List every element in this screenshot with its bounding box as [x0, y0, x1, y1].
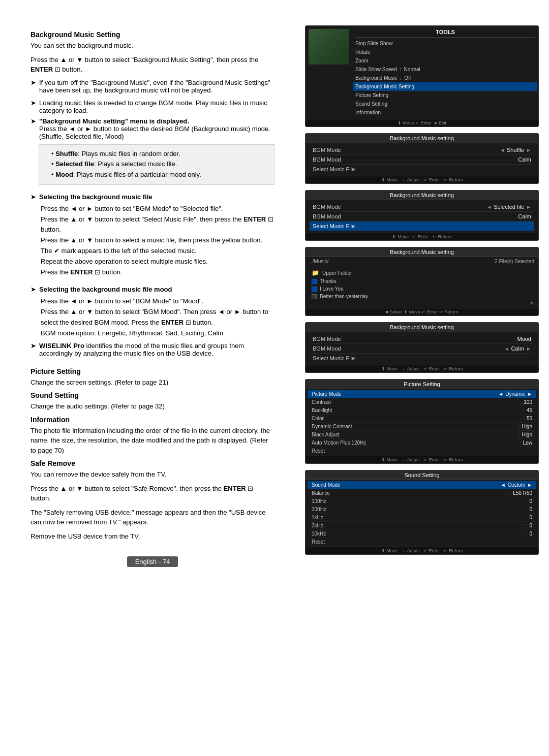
sound-panel-title: Sound Setting [306, 470, 538, 480]
hz100-row: 100Hz : 0 [308, 497, 536, 506]
picture-title: Picture Setting [30, 367, 274, 375]
bullet-shuffle: Shuffle: Plays music files in random ord… [51, 149, 268, 160]
music-header: ../Music/ 2 File(s) Selected [306, 257, 538, 266]
khz3-row: 3kHz : 0 [308, 522, 536, 530]
bgm2-select-row[interactable]: Select Music File [310, 222, 534, 231]
bgm-note2: ➤ Loading music files is needed to chang… [30, 99, 274, 114]
bgm-setting-section: Background Music Setting You can set the… [30, 30, 274, 185]
picture-mode-row[interactable]: Picture Mode ◄ Dynamic ► [308, 390, 536, 398]
safe-remove-body1: You can remove the device safely from th… [30, 469, 274, 480]
safe-remove-section: Safe Remove You can remove the device sa… [30, 459, 274, 541]
bgm-para1: You can set the background music. [30, 41, 274, 51]
bgm1-mode-row: BGM Mode ◄ Shuffle ► [310, 145, 534, 155]
right-panels: TOOLS Stop Slide Show Rotate Zoom Slide … [295, 20, 549, 736]
tools-item-7[interactable]: Sound Setting [355, 100, 535, 108]
bgm-panel-1: Background Music setting BGM Mode ◄ Shuf… [305, 133, 539, 184]
picture-panel-title: Picture Setting [306, 380, 538, 389]
music-item-better[interactable]: Better than yesterday [308, 293, 536, 300]
bgm3-mood-row: BGM Mood ◄ Calm ► [310, 344, 534, 354]
tools-panel: TOOLS Stop Slide Show Rotate Zoom Slide … [305, 25, 539, 127]
music-nav: ■ Select ⬆ Move ↵ Enter ↩ Return [306, 308, 538, 316]
bgm1-select-row[interactable]: Select Music File [310, 165, 534, 174]
music-item-thanks[interactable]: Thanks [308, 277, 536, 285]
bgm1-title: Background Music setting [306, 134, 538, 143]
information-section: Information The photo file information i… [30, 416, 274, 456]
bullet-selected: Selected file: Plays a selected music fi… [51, 159, 268, 170]
selecting-section: ➤ Selecting the background music file Pr… [30, 193, 274, 278]
folder-icon: 📁 [312, 269, 319, 276]
bgm2-mode-row: BGM Mode ◄ Selected file ► [310, 202, 534, 212]
music-path: ../Music/ [310, 259, 328, 264]
safe-remove-body3: The "Safely removing USB device." messag… [30, 508, 274, 527]
files-selected: 2 File(s) Selected [495, 259, 534, 264]
bgm1-nav: ⬆ Move ↔ Adjust ↵ Enter ↩ Return [306, 176, 538, 183]
page: Background Music Setting You can set the… [0, 0, 549, 756]
tools-item-1[interactable]: Rotate [355, 48, 535, 56]
backlight-row: Backlight : 45 [308, 406, 536, 415]
selecting-title-row: ➤ Selecting the background music file [30, 193, 274, 201]
safe-remove-body2: Press the ▲ or ▼ button to select "Safe … [30, 484, 274, 503]
wiselink-note: ➤ WISELINK Pro identifies the mood of th… [30, 342, 274, 357]
bgm3-select-row[interactable]: Select Music File [310, 354, 534, 363]
safe-remove-title: Safe Remove [30, 459, 274, 467]
tools-item-8[interactable]: Information [355, 108, 535, 117]
tools-item-4[interactable]: Background Music : Off [355, 74, 535, 82]
bgm-bullets: Shuffle: Plays music files in random ord… [39, 144, 274, 185]
better-label: Better than yesterday [320, 294, 368, 299]
footer-badge: English - 74 [127, 556, 178, 567]
left-content: Background Music Setting You can set the… [0, 20, 295, 736]
bgm3-title: Background Music setting [306, 323, 538, 332]
music-item-iloveyou[interactable]: I Love You [308, 285, 536, 293]
bgm-para2: Press the ▲ or ▼ button to select "Backg… [30, 55, 274, 75]
sound-body: Change the audio settings. (Refer to pag… [30, 401, 274, 412]
bgm2-nav: ⬆ Move ↵ Enter ↩ Return [306, 233, 538, 240]
auto-motion-row: Auto Motion Plus 120Hz : Low [308, 439, 536, 447]
thumbnail-image [309, 29, 349, 65]
checkbox-iloveyou [312, 287, 317, 292]
bgm3-content: BGM Mode Mood BGM Mood ◄ Calm ► Select M… [306, 332, 538, 365]
scroll-indicator: ▼ [308, 300, 536, 306]
hz300-row: 300Hz : 0 [308, 506, 536, 514]
sound-mode-row[interactable]: Sound Mode ◄ Custom ► [308, 481, 536, 489]
info-title: Information [30, 416, 274, 424]
checkbox-thanks [312, 279, 317, 284]
bgm2-mood-row: BGM Mood Calm [310, 212, 534, 222]
tools-item-3[interactable]: Slide Show Speed : Normal [355, 65, 535, 74]
bgm-panel-2: Background Music setting BGM Mode ◄ Sele… [305, 190, 539, 241]
music-list-title: Background Music setting [306, 247, 538, 257]
mood-section: ➤ Selecting the background music file mo… [30, 286, 274, 357]
tools-item-6[interactable]: Picture Setting [355, 91, 535, 100]
color-row: Color : 55 [308, 415, 536, 423]
picture-panel: Picture Setting Picture Mode ◄ Dynamic ►… [305, 379, 539, 464]
mood-steps: Press the ◄ or ► button to set "BGM Mode… [41, 296, 274, 338]
bgm2-title: Background Music setting [306, 191, 538, 200]
music-upper-folder[interactable]: 📁 Upper Folder [308, 268, 536, 277]
bullet-mood: Mood: Plays music files of a particular … [51, 170, 268, 180]
sound-panel: Sound Setting Sound Mode ◄ Custom ► Bala… [305, 470, 539, 555]
thanks-label: Thanks [320, 278, 337, 284]
tools-item-0[interactable]: Stop Slide Show [355, 39, 535, 48]
tools-with-thumbnail: TOOLS Stop Slide Show Rotate Zoom Slide … [306, 26, 538, 119]
bgm-panel-3: Background Music setting BGM Mode Mood B… [305, 322, 539, 373]
selecting-steps: Press the ◄ or ► button to set "BGM Mode… [41, 204, 274, 278]
sound-reset-row[interactable]: Reset [308, 538, 536, 546]
sound-setting-section: Sound Setting Change the audio settings.… [30, 391, 274, 412]
tools-item-5[interactable]: Background Music Setting [353, 82, 537, 91]
balance-row: Balance : L50 R50 [308, 489, 536, 497]
sound-nav: ⬆ Move ↔ Adjust ↵ Enter ↩ Return [306, 547, 538, 554]
tools-nav: ⬆ Move ↵ Enter ◄ Exit [306, 119, 538, 127]
tools-menu: TOOLS Stop Slide Show Rotate Zoom Slide … [352, 26, 538, 119]
upper-folder-label: Upper Folder [322, 270, 352, 276]
safe-remove-body4: Remove the USB device from the TV. [30, 531, 274, 542]
iloveyou-label: I Love You [320, 286, 344, 292]
bgm3-nav: ⬆ Move ↔ Adjust ↵ Enter ↩ Return [306, 365, 538, 372]
tools-item-2[interactable]: Zoom [355, 56, 535, 65]
page-footer: English - 74 [30, 556, 274, 567]
bgm2-content: BGM Mode ◄ Selected file ► BGM Mood Calm… [306, 200, 538, 233]
picture-reset-row[interactable]: Reset [308, 447, 536, 455]
sound-content: Sound Mode ◄ Custom ► Balance : L50 R50 … [306, 480, 538, 547]
mood-title-row: ➤ Selecting the background music file mo… [30, 286, 274, 293]
bgm-title: Background Music Setting [30, 30, 274, 39]
bgm1-content: BGM Mode ◄ Shuffle ► BGM Mood Calm Selec… [306, 143, 538, 176]
picture-setting-section: Picture Setting Change the screen settin… [30, 367, 274, 388]
